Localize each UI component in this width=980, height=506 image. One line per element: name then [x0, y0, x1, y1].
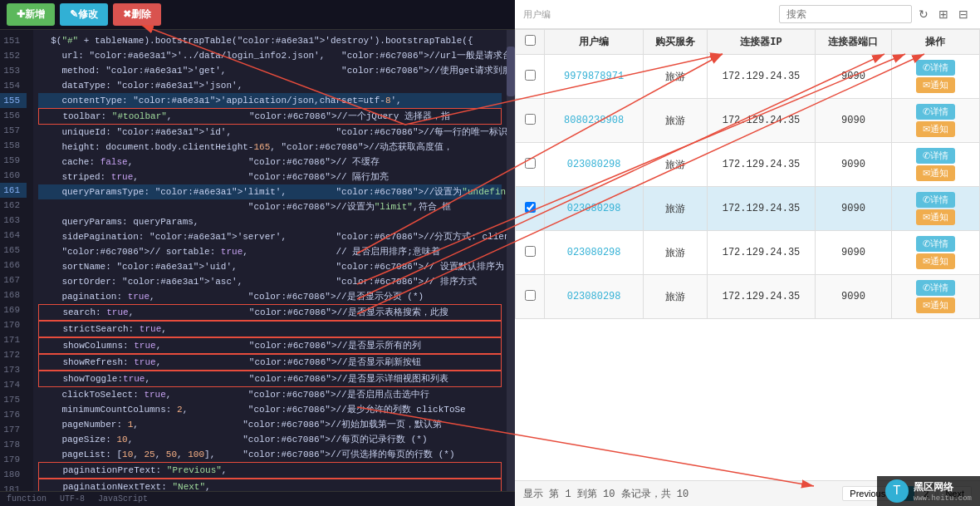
code-line: contentType: "color:#a6e3a1">'applicatio…: [38, 93, 502, 108]
notify-button[interactable]: ✉通知: [916, 209, 955, 225]
table-wrapper: 用户编 购买服务 连接器IP 连接器端口 操作 9979878971 旅游 17…: [515, 29, 980, 480]
select-all-checkbox[interactable]: [525, 35, 536, 46]
row-checkbox[interactable]: [525, 70, 536, 81]
data-table: 用户编 购买服务 连接器IP 连接器端口 操作 9979878971 旅游 17…: [515, 29, 980, 319]
table-header-row: 用户编 购买服务 连接器IP 连接器端口 操作: [516, 30, 980, 55]
detail-button[interactable]: ✆详情: [916, 192, 955, 208]
line-number: 178: [0, 437, 27, 452]
detail-button[interactable]: ✆详情: [916, 60, 955, 76]
service-cell: 旅游: [643, 275, 707, 319]
col-action-header: 操作: [891, 30, 980, 55]
detail-button[interactable]: ✆详情: [916, 104, 955, 120]
code-line: pageList: [10, 25, 50, 100], "color:#6c7…: [38, 447, 502, 462]
code-line: pagination: true, "color:#6c7086">//是否显示…: [38, 289, 502, 304]
row-checkbox-cell: [516, 99, 545, 143]
line-number: 168: [0, 287, 27, 302]
service-cell: 旅游: [643, 231, 707, 275]
code-line: "color:#6c7086">//设置为"limit",符合 框: [38, 199, 502, 214]
code-line: queryParams: queryParams,: [38, 214, 502, 229]
line-number: 161: [0, 183, 27, 198]
line-number: 166: [0, 258, 27, 273]
action-cell: ✆详情 ✉通知: [891, 231, 980, 275]
user-cell: 023080298: [545, 231, 643, 275]
table-row: 9979878971 旅游 172.129.24.35 9090 ✆详情 ✉通知: [516, 55, 980, 99]
status-bar: function UTF-8 JavaScript: [0, 491, 515, 506]
code-line: method: "color:#a6e3a1">'get', "color:#6…: [38, 63, 502, 78]
col-ip-header: 连接器IP: [707, 30, 816, 55]
line-number: 174: [0, 377, 27, 392]
action-cell: ✆详情 ✉通知: [891, 187, 980, 231]
user-cell: 9979878971: [545, 55, 643, 99]
notify-button[interactable]: ✉通知: [916, 121, 955, 137]
detail-button[interactable]: ✆详情: [916, 148, 955, 164]
table-row: 023080298 旅游 172.129.24.35 9090 ✆详情 ✉通知: [516, 275, 980, 319]
search-input[interactable]: [779, 5, 912, 23]
line-number: 155: [0, 93, 27, 108]
ip-cell: 172.129.24.35: [707, 143, 816, 187]
add-button[interactable]: ✚新增: [7, 3, 55, 26]
port-cell: 9090: [816, 275, 891, 319]
row-checkbox-cell: [516, 231, 545, 275]
header-spacer: 用户编: [523, 8, 606, 21]
edit-button[interactable]: ✎修改: [60, 3, 108, 26]
columns-icon[interactable]: ⊞: [935, 6, 952, 22]
code-line: sidePagination: "color:#a6e3a1">'server'…: [38, 229, 502, 244]
row-checkbox-cell: [516, 275, 545, 319]
code-panel: ✚新增 ✎修改 ✖删除 1511521531541551561571581591…: [0, 0, 515, 506]
delete-button[interactable]: ✖删除: [113, 3, 161, 26]
notify-button[interactable]: ✉通知: [916, 77, 955, 93]
notify-button[interactable]: ✉通知: [916, 165, 955, 181]
main-container: ✚新增 ✎修改 ✖删除 1511521531541551561571581591…: [0, 0, 980, 506]
code-line: pageNumber: 1, "color:#6c7086">//初始加载第一页…: [38, 417, 502, 432]
code-line: showToggle:true, "color:#6c7086">//是否显示详…: [38, 371, 502, 387]
col-checkbox: [516, 30, 545, 55]
line-number: 154: [0, 78, 27, 93]
port-cell: 9090: [816, 99, 891, 143]
code-line: $("#" + tableName).bootstrapTable("color…: [38, 33, 502, 48]
user-cell: 8080238908: [545, 99, 643, 143]
detail-button[interactable]: ✆详情: [916, 280, 955, 296]
code-area: 1511521531541551561571581591601611621631…: [0, 30, 515, 491]
notify-button[interactable]: ✉通知: [916, 253, 955, 269]
logo-area: T 黑区网络 www.heitu.com: [877, 476, 980, 506]
line-number: 159: [0, 153, 27, 168]
scrollbar[interactable]: [507, 30, 515, 491]
code-line: queryParamsType: "color:#a6e3a1">'limit'…: [38, 184, 502, 199]
table-row: 023080298 旅游 172.129.24.35 9090 ✆详情 ✉通知: [516, 231, 980, 275]
toggle-icon[interactable]: ⊟: [955, 6, 972, 22]
logo-icon: T: [885, 479, 909, 503]
detail-button[interactable]: ✆详情: [916, 236, 955, 252]
line-number: 173: [0, 362, 27, 377]
row-checkbox[interactable]: [525, 246, 536, 257]
service-cell: 旅游: [643, 143, 707, 187]
line-number: 171: [0, 332, 27, 347]
line-numbers: 1511521531541551561571581591601611621631…: [0, 30, 33, 491]
logo-text: 黑区网络: [914, 480, 972, 494]
table-row: 023080298 旅游 172.129.24.35 9090 ✆详情 ✉通知: [516, 187, 980, 231]
port-cell: 9090: [816, 55, 891, 99]
row-checkbox[interactable]: [525, 290, 536, 301]
line-number: 162: [0, 198, 27, 213]
line-number: 163: [0, 213, 27, 228]
line-number: 151: [0, 33, 27, 48]
code-line: "color:#6c7086">// sortable: true, // 是否…: [38, 244, 502, 259]
table-row: 023080298 旅游 172.129.24.35 9090 ✆详情 ✉通知: [516, 143, 980, 187]
code-line: clickToSelect: true, "color:#6c7086">//是…: [38, 387, 502, 402]
row-checkbox[interactable]: [525, 158, 536, 169]
line-number: 165: [0, 243, 27, 258]
line-number: 177: [0, 422, 27, 437]
notify-button[interactable]: ✉通知: [916, 297, 955, 313]
user-cell: 023080298: [545, 275, 643, 319]
action-cell: ✆详情 ✉通知: [891, 275, 980, 319]
code-line: search: true, "color:#6c7086">//是否显示表格搜索…: [38, 304, 502, 321]
service-cell: 旅游: [643, 99, 707, 143]
row-checkbox[interactable]: [525, 202, 536, 213]
ip-cell: 172.129.24.35: [707, 55, 816, 99]
code-line: sortName: "color:#a6e3a1">'uid', "color:…: [38, 259, 502, 274]
row-checkbox[interactable]: [525, 114, 536, 125]
ip-cell: 172.129.24.35: [707, 275, 816, 319]
ip-cell: 172.129.24.35: [707, 231, 816, 275]
refresh-icon[interactable]: ↻: [915, 6, 932, 22]
line-number: 164: [0, 228, 27, 243]
code-line: uniqueId: "color:#a6e3a1">'id', "color:#…: [38, 125, 502, 140]
